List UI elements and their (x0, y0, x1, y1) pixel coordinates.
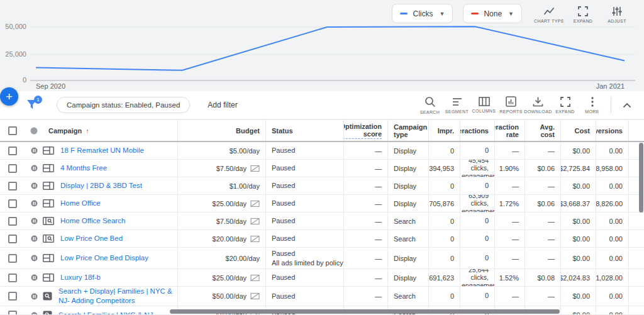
vertical-scrollbar[interactable] (639, 143, 643, 213)
add-campaign-fab[interactable]: + (0, 87, 18, 106)
interaction-rate-cell: — (495, 142, 525, 159)
display-campaign-icon (43, 146, 54, 155)
expand-table-button[interactable]: EXPAND (552, 97, 579, 114)
row-checkbox[interactable] (8, 235, 17, 243)
select-all-checkbox[interactable] (8, 126, 17, 135)
row-checkbox[interactable] (8, 254, 17, 263)
column-header-budget[interactable]: Budget (178, 120, 266, 141)
row-checkbox[interactable] (8, 292, 17, 301)
impressions-cell: 0 (429, 177, 460, 194)
status-cell: Paused (266, 230, 344, 247)
row-checkbox[interactable] (8, 311, 17, 315)
search-button[interactable]: SEARCH (416, 96, 443, 114)
table-row: Luxury 18f-b$25.00/dayPaused—Display1,69… (0, 269, 644, 287)
column-header-status[interactable]: Status (266, 120, 344, 141)
download-button[interactable]: DOWNLOAD (525, 96, 552, 114)
collapse-chart-button[interactable] (616, 102, 638, 109)
x-axis-label-start: Sep 2020 (36, 82, 65, 90)
display-campaign-icon (43, 199, 54, 207)
cost-cell: $3,668.37 (561, 195, 596, 212)
campaign-status-filter-chip[interactable]: Campaign status: Enabled, Paused (57, 97, 190, 113)
row-checkbox[interactable] (8, 199, 17, 208)
filter-funnel-button[interactable]: 1 (26, 99, 38, 111)
column-header-optimization-score[interactable]: Optimization score (344, 120, 388, 141)
display-campaign-icon (43, 274, 54, 282)
status-cell: Paused (266, 269, 344, 286)
column-header-campaign[interactable]: Campaign ↑ (43, 120, 178, 141)
column-header-interaction-rate[interactable]: Interaction rate (495, 120, 525, 141)
campaign-type-cell: Display (388, 160, 429, 177)
chart-controls: Clicks ▼ None ▼ CHART TYPE EXPAND (392, 4, 634, 23)
campaign-link[interactable]: Low Price One Bed Display (60, 253, 148, 263)
column-header-campaign-type[interactable]: Campaign type (388, 120, 429, 141)
segment-label: SEGMENT (445, 109, 469, 114)
cost-cell: $2,024.83 (561, 269, 596, 286)
campaign-type-cell: Display (388, 142, 429, 159)
display-campaign-icon (43, 164, 54, 172)
column-header-avg-cost[interactable]: Avg. cost (525, 120, 561, 141)
column-header-impressions[interactable]: Impr. (429, 120, 460, 141)
interactions-cell: 0 (460, 287, 495, 306)
expand-chart-button[interactable]: EXPAND (566, 6, 600, 23)
row-checkbox[interactable] (8, 217, 17, 226)
column-header-conversions[interactable]: Conversions (596, 120, 629, 141)
performance-chart-panel: 50,000 25,000 0 Sep 2020 Jan 2021 Clicks… (0, 0, 644, 91)
budget-cell: $5.00/day (178, 142, 266, 159)
row-checkbox[interactable] (8, 164, 17, 173)
campaign-type-cell: Search (388, 287, 429, 306)
optimization-score-cell: — (344, 248, 388, 268)
conversions-cell: 0.00 (596, 248, 629, 268)
budget-cell: $25.00/day (178, 195, 266, 212)
campaign-link[interactable]: Home Office (60, 199, 101, 208)
campaign-link[interactable]: Home Office Search (60, 216, 125, 226)
table-row: 18 F Remarket UN Mobile$5.00/dayPaused—D… (0, 142, 644, 160)
add-filter-button[interactable]: Add filter (208, 101, 237, 109)
status-cell: Paused (266, 195, 344, 212)
columns-button[interactable]: COLUMNS (470, 97, 497, 113)
campaign-type-cell: Display (388, 248, 429, 268)
more-button[interactable]: MORE (579, 97, 606, 114)
budget-removed-icon (250, 200, 260, 207)
filter-toolbar: 1 Campaign status: Enabled, Paused Add f… (0, 91, 644, 119)
optimization-score-cell: — (344, 160, 388, 177)
column-header-cost[interactable]: Cost (561, 120, 596, 141)
campaign-link[interactable]: 4 Months Free (60, 163, 107, 173)
interaction-rate-cell: 1.90% (495, 160, 525, 177)
impressions-cell: 3,705,876 (429, 195, 460, 212)
chart-type-label: CHART TYPE (534, 19, 564, 23)
cost-cell: $2,725.84 (561, 160, 596, 177)
segment-button[interactable]: SEGMENT (443, 97, 470, 114)
paused-status-icon (31, 218, 38, 224)
search-campaign-icon (43, 235, 54, 243)
metric-selector-none[interactable]: None ▼ (463, 4, 522, 23)
impressions-cell: 0 (429, 230, 460, 247)
optimization-score-cell: — (344, 269, 388, 286)
campaign-link[interactable]: Display | 2BD & 3BD Test (60, 181, 142, 191)
campaign-link[interactable]: 18 F Remarket UN Mobile (60, 146, 144, 155)
table-row: Low Price One Bed$20.00/dayPaused—Search… (0, 230, 644, 248)
campaign-link[interactable]: Low Price One Bed (60, 234, 123, 243)
row-checkbox[interactable] (8, 146, 17, 155)
row-checkbox[interactable] (8, 182, 17, 191)
reports-button[interactable]: REPORTS (497, 96, 525, 114)
download-icon (533, 96, 543, 107)
campaign-link[interactable]: Search + Display| Families | NYC & NJ- A… (58, 287, 172, 306)
budget-removed-icon (250, 235, 260, 243)
metric-selector-clicks[interactable]: Clicks ▼ (392, 4, 453, 23)
clicks-series-swatch (400, 13, 408, 14)
conversions-cell: 0.00 (596, 306, 629, 315)
optimization-score-cell: — (344, 287, 388, 306)
avg-cost-cell: $0.08 (525, 269, 561, 286)
expand-icon (560, 97, 570, 107)
campaign-link[interactable]: Luxury 18f-b (60, 273, 101, 282)
chart-type-button[interactable]: CHART TYPE (532, 6, 566, 23)
y-axis-tick-0: 0 (0, 76, 26, 84)
horizontal-scrollbar[interactable] (170, 309, 560, 314)
campaign-link[interactable]: Search | Families | NYC & NJ (58, 311, 153, 315)
expand-label: EXPAND (574, 19, 593, 23)
avg-cost-cell: $0.06 (525, 195, 561, 212)
column-header-interactions[interactable]: Interactions (460, 120, 495, 141)
budget-cell: $7.50/day (178, 213, 266, 229)
adjust-chart-button[interactable]: ADJUST (600, 6, 634, 23)
row-checkbox[interactable] (8, 274, 17, 282)
